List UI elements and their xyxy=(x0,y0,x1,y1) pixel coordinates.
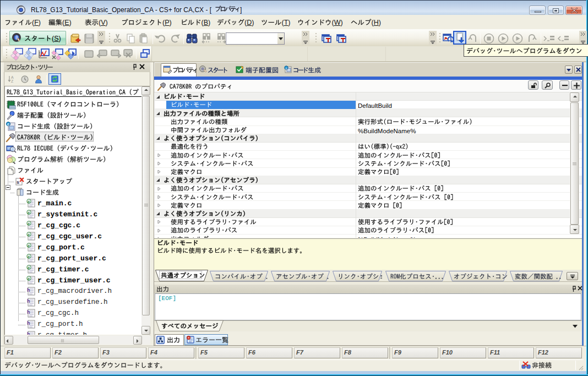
svg-text:c: c xyxy=(28,199,30,204)
svg-text:h: h xyxy=(27,331,30,335)
svg-text:h: h xyxy=(27,309,30,315)
svg-text:c: c xyxy=(28,265,30,270)
svg-text:c: c xyxy=(28,243,30,248)
svg-text:c: c xyxy=(286,67,287,70)
svg-text:s: s xyxy=(17,179,19,185)
svg-text:c: c xyxy=(28,232,30,237)
svg-text:h: h xyxy=(27,287,30,293)
svg-text:c: c xyxy=(28,254,30,259)
svg-text:c: c xyxy=(7,122,9,126)
svg-text:h: h xyxy=(27,320,30,326)
svg-text:c: c xyxy=(28,276,30,281)
svg-text:c: c xyxy=(28,210,30,215)
svg-text:h: h xyxy=(27,298,30,304)
svg-text:c: c xyxy=(28,221,30,226)
svg-text:A: A xyxy=(11,75,14,79)
svg-text:Z: Z xyxy=(11,79,14,83)
